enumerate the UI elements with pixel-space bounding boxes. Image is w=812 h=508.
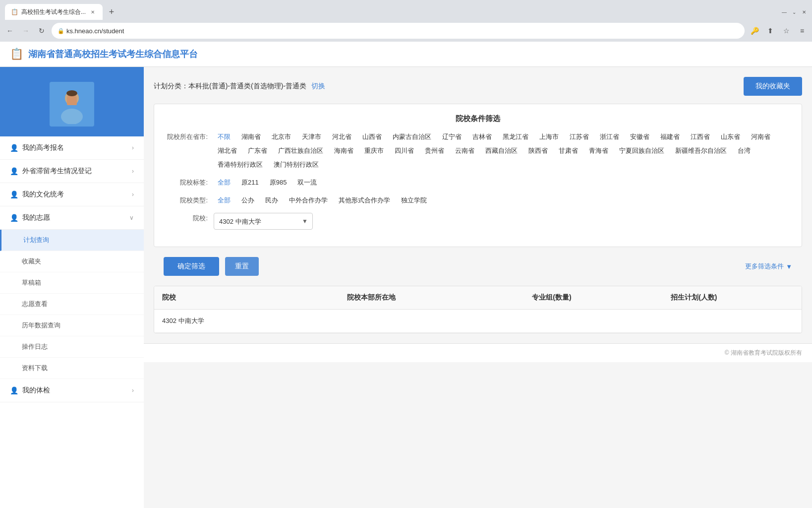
province-option-macao[interactable]: 澳门特别行政区 [270,159,323,170]
province-option-zhejiang[interactable]: 浙江省 [596,131,623,142]
province-option-shaanxi[interactable]: 陕西省 [524,145,552,156]
province-option-qinghai[interactable]: 青海省 [585,145,612,156]
tab-favicon: 📋 [11,8,18,15]
sidebar-item-health[interactable]: 👤 我的体检 › [0,379,144,402]
province-filter-row: 院校所在省市: 不限 湖南省 北京市 天津市 河北省 山西省 内蒙古自治区 辽宁… [164,131,792,170]
sidebar-item-log[interactable]: 操作日志 [0,336,144,358]
type-option-coop[interactable]: 中外合作办学 [285,195,332,206]
sidebar-item-plan-label: 计划查询 [23,236,49,245]
sidebar-item-history[interactable]: 历年数据查询 [0,315,144,336]
province-option-shanxi[interactable]: 山西省 [358,131,386,142]
window-close-icon[interactable]: ✕ [800,8,808,16]
school-select[interactable]: 4302 中南大学 [214,213,313,230]
province-option-liaoning[interactable]: 辽宁省 [438,131,465,142]
user-icon-4: 👤 [10,214,18,222]
forward-button[interactable]: → [20,25,32,37]
type-option-all[interactable]: 全部 [214,195,234,206]
province-option-shandong[interactable]: 山东省 [717,131,744,142]
new-tab-button[interactable]: + [105,5,118,19]
plan-category: 计划分类：本科批(普通)-普通类(首选物理)-普通类 切换 [154,82,325,91]
chevron-right-icon-5: › [132,387,134,394]
window-minimize-icon[interactable]: — [780,8,788,16]
province-option-yunnan[interactable]: 云南省 [451,145,478,156]
province-option-unlimited[interactable]: 不限 [214,131,234,142]
table-row[interactable]: 4302 中南大学 [154,310,802,333]
avatar-image [52,84,92,124]
window-collapse-icon[interactable]: ⌄ [790,8,798,16]
sidebar-item-draft[interactable]: 草稿箱 [0,272,144,294]
sidebar-item-zhiyuan[interactable]: 👤 我的志愿 ∨ [0,206,144,230]
province-option-xizang[interactable]: 西藏自治区 [481,145,522,156]
type-option-independent[interactable]: 独立学院 [397,195,431,206]
user-icon: 👤 [10,144,18,152]
tag-option-all[interactable]: 全部 [214,177,234,188]
app-container: 👤 我的高考报名 › 👤 外省滞留考生情况登记 › 👤 我的文化统考 › [0,67,812,508]
province-option-gansu[interactable]: 甘肃省 [555,145,582,156]
province-option-jiangsu[interactable]: 江苏省 [566,131,593,142]
favorites-button[interactable]: 我的收藏夹 [744,77,802,96]
province-option-hebei[interactable]: 河北省 [328,131,355,142]
address-bar[interactable]: 🔒 ks.hneao.cn/student [52,23,745,39]
sidebar-item-abroad-label: 外省滞留考生情况登记 [22,167,132,176]
province-option-guangdong[interactable]: 广东省 [244,145,271,156]
province-option-jilin[interactable]: 吉林省 [468,131,496,142]
tab-title: 高校招生考试考生综合... [21,8,86,16]
sidebar-item-abroad[interactable]: 👤 外省滞留考生情况登记 › [0,160,144,183]
svg-rect-4 [67,98,77,105]
province-option-taiwan[interactable]: 台湾 [734,145,754,156]
province-option-anhui[interactable]: 安徽省 [626,131,653,142]
type-option-public[interactable]: 公办 [237,195,258,206]
reset-button[interactable]: 重置 [225,257,259,276]
bookmark-icon[interactable]: ☆ [780,25,792,37]
sidebar-item-culture[interactable]: 👤 我的文化统考 › [0,183,144,206]
province-option-ningxia[interactable]: 宁夏回族自治区 [615,145,668,156]
sidebar-item-draft-label: 草稿箱 [22,278,41,287]
key-icon[interactable]: 🔑 [749,25,760,37]
sidebar-item-culture-label: 我的文化统考 [22,190,132,199]
confirm-filter-button[interactable]: 确定筛选 [164,257,219,276]
province-option-henan[interactable]: 河南省 [747,131,774,142]
tag-option-shuangyiliu[interactable]: 双一流 [293,177,321,188]
sidebar-item-download[interactable]: 资料下载 [0,358,144,379]
sidebar-item-favorites[interactable]: 收藏夹 [0,251,144,272]
school-select-wrapper: 4302 中南大学 ▼ [214,213,313,230]
province-option-beijing[interactable]: 北京市 [268,131,295,142]
share-icon[interactable]: ⬆ [764,25,776,37]
province-option-jiangxi[interactable]: 江西省 [687,131,714,142]
menu-icon[interactable]: ≡ [796,25,808,37]
content-area: 计划分类：本科批(普通)-普通类(首选物理)-普通类 切换 我的收藏夹 院校条件… [144,67,812,508]
sidebar-item-gaokao[interactable]: 👤 我的高考报名 › [0,136,144,160]
tag-filter-row: 院校标签: 全部 原211 原985 双一流 [164,177,792,188]
province-option-heilongjiang[interactable]: 黑龙江省 [499,131,532,142]
province-options: 不限 湖南省 北京市 天津市 河北省 山西省 内蒙古自治区 辽宁省 吉林省 黑龙… [214,131,792,170]
back-button[interactable]: ← [4,25,16,37]
province-option-sichuan[interactable]: 四川省 [391,145,418,156]
reload-button[interactable]: ↻ [36,25,48,37]
chevron-down-icon: ∨ [129,214,134,221]
sidebar-item-plan[interactable]: 计划查询 [0,230,144,251]
switch-link[interactable]: 切换 [311,82,325,90]
window-controls: — ⌄ ✕ [780,8,812,16]
app-header: 📋 湖南省普通高校招生考试考生综合信息平台 [0,42,812,67]
type-option-other-coop[interactable]: 其他形式合作办学 [335,195,394,206]
province-option-tianjin[interactable]: 天津市 [298,131,325,142]
more-filters-button[interactable]: 更多筛选条件 ▼ [745,262,792,271]
province-option-guangxi[interactable]: 广西壮族自治区 [274,145,327,156]
type-option-private[interactable]: 民办 [261,195,282,206]
province-option-hongkong[interactable]: 香港特别行政区 [214,159,267,170]
province-option-shanghai[interactable]: 上海市 [535,131,563,142]
sidebar-item-view[interactable]: 志愿查看 [0,294,144,315]
province-option-fujian[interactable]: 福建省 [656,131,684,142]
province-option-hainan[interactable]: 海南省 [330,145,357,156]
tag-option-211[interactable]: 原211 [237,177,263,188]
province-option-hubei[interactable]: 湖北省 [214,145,241,156]
province-option-chongqing[interactable]: 重庆市 [360,145,388,156]
province-option-neimenggu[interactable]: 内蒙古自治区 [389,131,435,142]
cell-school-name: 4302 中南大学 [154,310,339,332]
tab-close-button[interactable]: ✕ [89,8,97,16]
province-option-guizhou[interactable]: 贵州省 [421,145,448,156]
province-option-xinjiang[interactable]: 新疆维吾尔自治区 [671,145,731,156]
province-option-hunan[interactable]: 湖南省 [237,131,265,142]
tag-option-985[interactable]: 原985 [266,177,291,188]
active-tab[interactable]: 📋 高校招生考试考生综合... ✕ [5,4,103,20]
